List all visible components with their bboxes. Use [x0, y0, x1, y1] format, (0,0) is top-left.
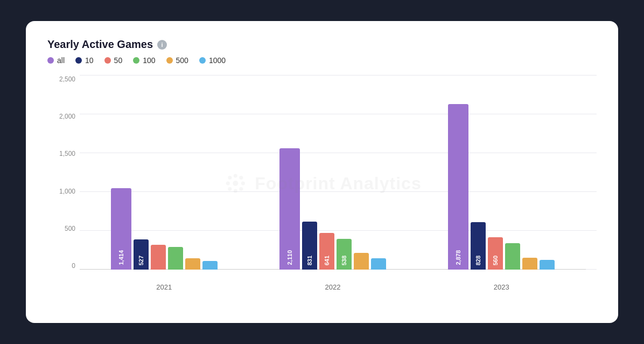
bar-2022-all: 2,110	[279, 148, 300, 270]
legend-dot-50	[104, 57, 111, 64]
bar-fill	[151, 245, 166, 270]
legend-label-500: 500	[176, 56, 188, 65]
bar-value-label: 527	[138, 256, 144, 265]
bar-fill: 2,110	[279, 148, 300, 270]
bar-2021-500	[185, 258, 200, 270]
legend-label-all: all	[57, 56, 65, 65]
x-axis-label: 2022	[257, 283, 408, 291]
bar-value-label: 560	[492, 256, 499, 265]
bar-fill	[540, 260, 555, 270]
bar-2021-100	[168, 247, 183, 270]
group-2022: 2,110831641538	[257, 148, 408, 270]
legend-item-100[interactable]: 100	[133, 56, 155, 65]
x-axis-label: 2021	[89, 283, 240, 291]
legend-label-10: 10	[85, 56, 94, 65]
bar-fill	[371, 258, 386, 270]
bar-2022-50: 641	[319, 233, 334, 270]
y-axis-label: 0	[72, 262, 75, 270]
bar-2023-10: 828	[471, 222, 486, 270]
group-2023: 2,878828560	[426, 104, 577, 270]
bar-fill: 828	[471, 222, 486, 270]
chart-card: Yearly Active Games i all10501005001000 …	[26, 21, 618, 323]
x-axis-label: 2023	[426, 283, 577, 291]
y-axis-label: 2,000	[59, 113, 75, 120]
legend-dot-all	[47, 57, 54, 64]
bar-2023-500	[522, 258, 537, 270]
y-axis-label: 2,500	[59, 75, 75, 83]
bar-2022-10: 831	[302, 222, 317, 270]
bar-2023-50: 560	[488, 237, 503, 270]
legend-item-500[interactable]: 500	[166, 56, 188, 65]
bar-2023-1000	[540, 260, 555, 270]
bars-row: 1,414527	[89, 188, 240, 270]
legend-dot-500	[166, 57, 173, 64]
chart-area: Footprint Analytics 05001,0001,5002,0002…	[47, 75, 597, 291]
y-axis-label: 1,000	[59, 188, 75, 195]
bars-container: 1,4145272,1108316415382,878828560	[80, 75, 586, 270]
legend-item-all[interactable]: all	[47, 56, 65, 65]
legend-label-100: 100	[143, 56, 155, 65]
bar-value-label: 641	[324, 256, 330, 265]
bar-2021-1000	[202, 261, 218, 270]
bar-fill	[522, 258, 537, 270]
y-axis-label: 500	[65, 225, 75, 232]
bars-row: 2,110831641538	[257, 148, 408, 270]
y-axis: 05001,0001,5002,0002,500	[47, 75, 80, 270]
legend-item-1000[interactable]: 1000	[199, 56, 226, 65]
bar-2022-100: 538	[337, 239, 352, 270]
bar-value-label: 2,878	[455, 250, 461, 265]
y-axis-label: 1,500	[59, 150, 75, 157]
bar-value-label: 538	[341, 256, 347, 265]
bar-fill: 1,414	[111, 188, 131, 270]
legend-label-50: 50	[114, 56, 123, 65]
bar-fill	[185, 258, 200, 270]
legend-dot-100	[133, 57, 139, 64]
bar-2021-all: 1,414	[111, 188, 131, 270]
legend-dot-10	[75, 57, 82, 64]
bar-value-label: 831	[306, 256, 313, 265]
legend-dot-1000	[199, 57, 206, 64]
bar-fill: 538	[337, 239, 352, 270]
group-2021: 1,414527	[89, 188, 240, 270]
bar-fill: 560	[488, 237, 503, 270]
legend-label-1000: 1000	[209, 56, 226, 65]
bar-fill: 2,878	[448, 104, 468, 270]
bar-fill	[202, 261, 218, 270]
legend-item-50[interactable]: 50	[104, 56, 123, 65]
bars-row: 2,878828560	[426, 104, 577, 270]
bar-2023-100	[505, 243, 520, 270]
bar-fill	[505, 243, 520, 270]
bar-fill: 527	[134, 239, 149, 270]
bar-fill: 641	[319, 233, 334, 270]
bar-fill: 831	[302, 222, 317, 270]
bar-value-label: 2,110	[286, 250, 293, 265]
legend: all10501005001000	[47, 56, 597, 65]
bar-fill	[168, 247, 183, 270]
legend-item-10[interactable]: 10	[75, 56, 94, 65]
bar-2022-500	[354, 253, 369, 270]
info-icon[interactable]: i	[157, 40, 167, 50]
bar-2021-10: 527	[134, 239, 149, 270]
bar-2023-all: 2,878	[448, 104, 468, 270]
bar-fill	[354, 253, 369, 270]
chart-title: Yearly Active Games	[47, 38, 153, 51]
bar-2022-1000	[371, 258, 386, 270]
bar-2021-50	[151, 245, 166, 270]
x-labels: 202120222023	[80, 270, 586, 291]
title-row: Yearly Active Games i	[47, 38, 597, 51]
bar-value-label: 828	[475, 256, 481, 265]
bar-value-label: 1,414	[118, 250, 124, 265]
